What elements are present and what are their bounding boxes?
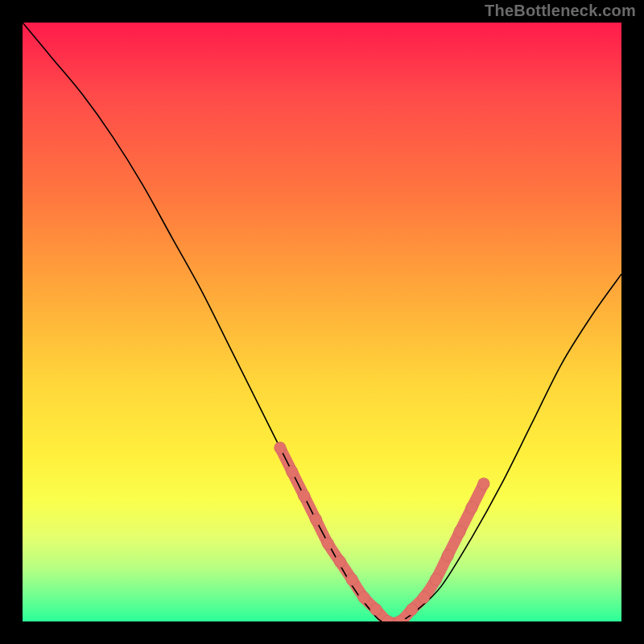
highlight-dot (286, 466, 298, 478)
highlight-dot (274, 442, 286, 454)
highlight-dot (358, 592, 370, 604)
highlight-dot (406, 604, 418, 616)
highlight-dot (346, 573, 358, 585)
highlight-dot (298, 489, 310, 502)
highlight-strip (280, 448, 484, 621)
highlight-dot (310, 514, 322, 526)
highlight-dot (477, 477, 489, 489)
highlight-dots (274, 442, 489, 621)
watermark-text: TheBottleneck.com (485, 2, 636, 20)
bottleneck-chart (23, 23, 621, 621)
bottleneck-curve (23, 23, 621, 621)
highlight-dot (454, 526, 466, 538)
highlight-dot (322, 538, 334, 550)
plot-area (23, 23, 621, 621)
highlight-dot (430, 573, 442, 585)
highlight-dot (370, 604, 382, 616)
highlight-dot (466, 502, 478, 514)
chart-frame: TheBottleneck.com (0, 0, 644, 644)
highlight-dot (334, 555, 346, 568)
highlight-dot (418, 592, 430, 604)
highlight-dot (442, 550, 454, 562)
dot-strip (280, 448, 484, 621)
